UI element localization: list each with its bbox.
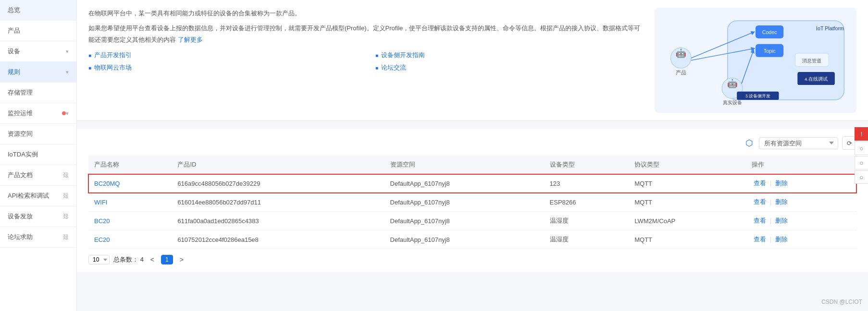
product-name-link[interactable]: BC20: [94, 217, 110, 225]
sidebar: 总览 产品 设备 ▾ 规则 ▾ 存储管理 监控运维 ▾ 资源空间 IoTDA实例…: [0, 0, 77, 311]
next-page-button[interactable]: >: [177, 255, 186, 264]
sidebar-item-product-doc[interactable]: 产品文档 ⛓: [0, 165, 76, 186]
sidebar-item-resource[interactable]: 资源空间: [0, 124, 76, 144]
notification-dot: [62, 111, 66, 115]
action-separator: |: [770, 217, 771, 224]
total-label: 总条数： 4: [113, 255, 144, 264]
resource-space-cell: DefaultApp_6107nyj8: [384, 230, 544, 249]
product-name-link[interactable]: WIFI: [94, 199, 107, 206]
table-row: EC20 610752012cce4f0286ea15e8 DefaultApp…: [88, 230, 856, 249]
chevron-down-icon: ▾: [66, 48, 69, 55]
sidebar-item-device[interactable]: 设备 ▾: [0, 41, 76, 62]
product-id-cell: 616014ee88056b027dd97d11: [172, 193, 384, 212]
product-id-cell: 610752012cce4f0286ea15e8: [172, 230, 384, 249]
action-separator: |: [770, 198, 771, 205]
device-type-cell: 温湿度: [544, 230, 629, 249]
svg-text:真实设备: 真实设备: [723, 100, 742, 105]
external-link-icon: ⛓: [63, 234, 69, 240]
svg-text:Topic: Topic: [764, 48, 776, 54]
external-link-icon: ⛓: [63, 172, 69, 179]
view-action-link[interactable]: 查看: [754, 217, 766, 224]
top-section: 在物联网平台中，某一类具有相同能力或特征的设备的合集被称为一款产品。 如果您希望…: [77, 0, 868, 121]
sidebar-item-device-release[interactable]: 设备发放 ⛓: [0, 206, 76, 227]
resource-space-cell: DefaultApp_6107nyj8: [384, 212, 544, 230]
sidebar-item-forum[interactable]: 论坛求助 ⛓: [0, 227, 76, 248]
svg-text:3.设备侧开发: 3.设备侧开发: [745, 94, 770, 98]
view-action-link[interactable]: 查看: [754, 179, 766, 187]
float-btn-3[interactable]: ○: [855, 170, 868, 184]
prev-page-button[interactable]: <: [148, 255, 157, 264]
chevron-down-icon: ▾: [66, 69, 69, 75]
delete-action-link[interactable]: 删除: [775, 217, 788, 224]
resource-space-cell: DefaultApp_6107nyj8: [384, 174, 544, 193]
view-action-link[interactable]: 查看: [754, 236, 766, 243]
right-float-panel: ! ○ ○ ○: [855, 127, 868, 184]
sidebar-item-monitor[interactable]: 监控运维 ▾: [0, 103, 76, 124]
sidebar-item-product[interactable]: 产品: [0, 21, 76, 41]
col-actions: 操作: [746, 156, 856, 174]
protocol-cell: MQTT: [629, 193, 746, 212]
device-type-cell: ESP8266: [544, 193, 629, 212]
action-separator: |: [770, 236, 771, 243]
delete-action-link[interactable]: 删除: [775, 179, 788, 187]
product-id-cell: 616a9cc488056b027de39229: [172, 174, 384, 193]
protocol-cell: LWM2M/CoAP: [629, 212, 746, 230]
external-link-icon: ⛓: [63, 192, 69, 199]
resource-icon: ⬡: [745, 138, 753, 148]
svg-text:Codec: Codec: [762, 29, 777, 35]
link-device-dev[interactable]: 设备侧开发指南: [375, 51, 643, 60]
svg-text:4.在线调试: 4.在线调试: [805, 76, 828, 82]
paragraph1: 在物联网平台中，某一类具有相同能力或特征的设备的合集被称为一款产品。: [88, 8, 643, 19]
svg-text:产品: 产品: [676, 70, 686, 75]
svg-text:消息管道: 消息管道: [802, 58, 821, 63]
table-toolbar: ⬡ 所有资源空间 DefaultApp_6107nyj8 ⟳: [88, 136, 856, 150]
col-product-name: 产品名称: [88, 156, 172, 174]
col-product-id: 产品ID: [172, 156, 384, 174]
resource-space-cell: DefaultApp_6107nyj8: [384, 193, 544, 212]
product-table: 产品名称 产品ID 资源空间 设备类型 协议类型 操作 BC20MQ 616a9…: [88, 156, 856, 249]
sidebar-item-overview[interactable]: 总览: [0, 0, 76, 21]
protocol-cell: MQTT: [629, 230, 746, 249]
device-type-cell: 123: [544, 174, 629, 193]
chevron-down-icon: ▾: [66, 110, 69, 117]
paragraph2: 如果您希望使用平台查看设备上报的数据信息，并对设备进行管理控制，就需要开发产品模…: [88, 23, 643, 45]
more-link[interactable]: 了解更多: [178, 36, 203, 43]
table-row: BC20 611fa00a0ad1ed02865c4383 DefaultApp…: [88, 212, 856, 230]
watermark: CSDN @LCIOT: [821, 299, 862, 305]
svg-text:🤖: 🤖: [727, 78, 738, 89]
resource-space-select[interactable]: 所有资源空间 DefaultApp_6107nyj8: [759, 137, 838, 149]
float-btn-2[interactable]: ○: [855, 156, 868, 169]
feedback-button[interactable]: !: [855, 127, 868, 141]
page-size-select[interactable]: 10 20 50: [88, 255, 110, 264]
protocol-cell: MQTT: [629, 174, 746, 193]
main-content: 在物联网平台中，某一类具有相同能力或特征的设备的合集被称为一款产品。 如果您希望…: [77, 0, 868, 311]
table-row: WIFI 616014ee88056b027dd97d11 DefaultApp…: [88, 193, 856, 212]
sidebar-item-storage[interactable]: 存储管理: [0, 83, 76, 103]
col-device-type: 设备类型: [544, 156, 629, 174]
intro-text: 在物联网平台中，某一类具有相同能力或特征的设备的合集被称为一款产品。 如果您希望…: [88, 8, 643, 113]
pagination: 10 20 50 总条数： 4 < 1 >: [88, 249, 856, 264]
link-dev-guide[interactable]: 产品开发指引: [88, 51, 356, 60]
quick-links: 产品开发指引 设备侧开发指南 物联网云市场 论坛交流: [88, 51, 643, 72]
svg-text:🤖: 🤖: [676, 48, 686, 59]
device-type-cell: 温湿度: [544, 212, 629, 230]
link-forum-comm[interactable]: 论坛交流: [375, 63, 643, 72]
delete-action-link[interactable]: 删除: [775, 198, 788, 205]
sidebar-item-api[interactable]: API检索和调试 ⛓: [0, 186, 76, 206]
view-action-link[interactable]: 查看: [754, 198, 766, 205]
svg-text:IoT Platform: IoT Platform: [816, 25, 844, 31]
sidebar-item-iotda[interactable]: IoTDA实例: [0, 144, 76, 165]
sidebar-item-rule[interactable]: 规则 ▾: [0, 62, 76, 83]
col-protocol: 协议类型: [629, 156, 746, 174]
link-iot-market[interactable]: 物联网云市场: [88, 63, 356, 72]
float-btn-1[interactable]: ○: [855, 142, 868, 155]
product-name-link[interactable]: BC20MQ: [94, 180, 120, 187]
col-resource-space: 资源空间: [384, 156, 544, 174]
page-1-button[interactable]: 1: [161, 255, 173, 264]
architecture-diagram: IoT Platform Codec Topic 消息管道 4.在线调试 🤖 产…: [655, 8, 856, 113]
external-link-icon: ⛓: [63, 213, 69, 220]
delete-action-link[interactable]: 删除: [775, 236, 788, 243]
product-name-link[interactable]: EC20: [94, 236, 110, 243]
table-header-row: 产品名称 产品ID 资源空间 设备类型 协议类型 操作: [88, 156, 856, 174]
table-row: BC20MQ 616a9cc488056b027de39229 DefaultA…: [88, 174, 856, 193]
